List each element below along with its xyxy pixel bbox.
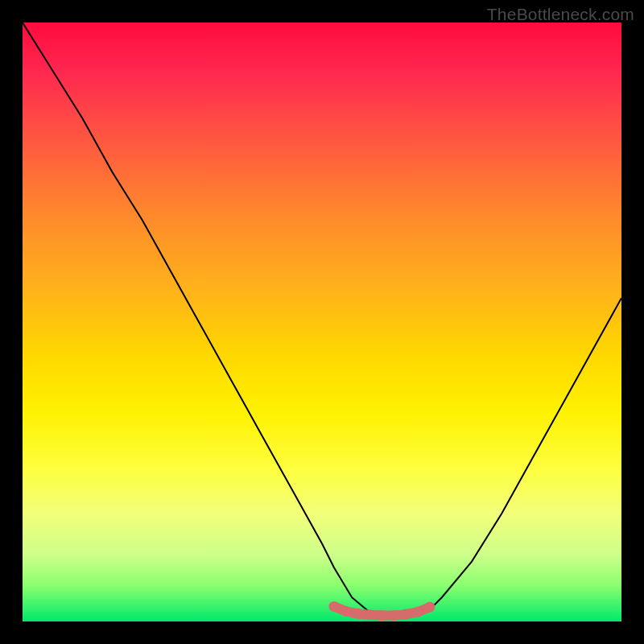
marker-dot [353,609,363,619]
marker-dot [341,606,351,617]
marker-dot [424,602,435,613]
optimal-zone-dots [328,601,435,621]
plot-area [23,23,621,621]
marker-dot [328,601,339,612]
marker-dot [389,610,399,621]
marker-dot [365,609,375,620]
curve-layer [23,23,621,621]
chart-container: TheBottleneck.com [0,0,644,644]
marker-dot [377,610,387,621]
watermark-text: TheBottleneck.com [487,5,634,24]
bottleneck-curve [23,23,621,616]
marker-dot [401,609,411,620]
marker-dot [413,607,423,617]
